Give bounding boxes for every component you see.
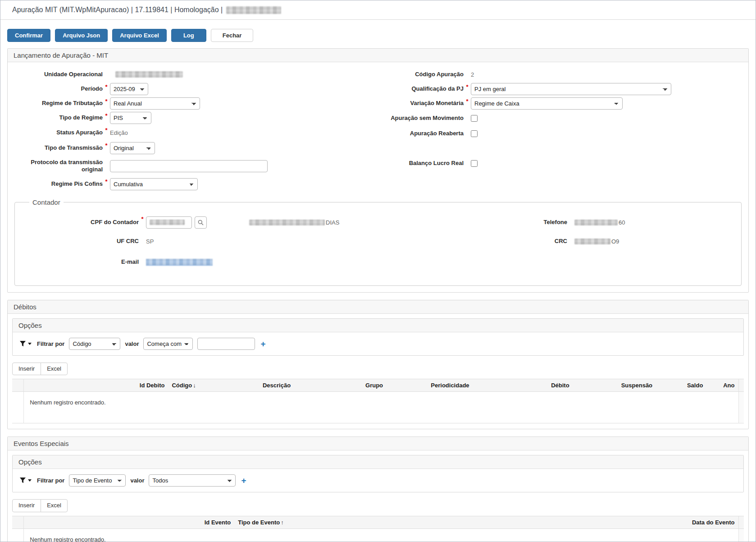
eventos-col-tipo-evento[interactable]: Tipo de Evento↑	[234, 516, 401, 528]
debitos-col-descricao[interactable]: Descrição	[219, 379, 335, 392]
uf-crc-label: UF CRC	[19, 238, 139, 245]
email-label: E-mail	[19, 258, 139, 266]
telefone-label: Telefone	[378, 219, 567, 226]
eventos-filter-menu-button[interactable]	[18, 477, 32, 484]
debitos-col-codigo[interactable]: Código↓	[168, 379, 219, 392]
chevron-down-icon	[28, 343, 32, 345]
eventos-actions: Inserir Excel	[12, 499, 68, 512]
debitos-filter-menu-button[interactable]	[18, 340, 32, 347]
required-asterisk: *	[103, 141, 110, 149]
log-button[interactable]: Log	[171, 29, 206, 42]
arquivo-json-button[interactable]: Arquivo Json	[55, 29, 108, 42]
required-asterisk: *	[103, 82, 110, 90]
debitos-valor-input[interactable]	[197, 338, 255, 350]
debitos-section: Débitos Opções Filtrar por Código valor …	[7, 300, 749, 429]
regime-pis-cofins-select[interactable]: Cumulativa	[110, 178, 198, 190]
filter-icon	[19, 477, 27, 484]
page: Apuração MIT (MIT.WpMitApuracao) | 17.11…	[0, 0, 756, 542]
debitos-filtrar-por-select[interactable]: Código	[69, 338, 120, 350]
eventos-table: Id Evento Tipo de Evento↑ Data do Evento…	[12, 516, 744, 542]
debitos-table: Id Debito Código↓ Descrição Grupo Period…	[12, 379, 744, 423]
debitos-section-title: Débitos	[8, 300, 748, 314]
telefone-suffix: 60	[619, 219, 625, 226]
eventos-excel-button[interactable]: Excel	[41, 499, 68, 512]
debitos-col-periodicidade[interactable]: Periodicidade	[414, 379, 486, 392]
periodo-select[interactable]: 2025-09	[110, 83, 148, 95]
debitos-col-ano[interactable]: Ano	[706, 379, 738, 392]
eventos-inserir-button[interactable]: Inserir	[12, 499, 41, 512]
filter-icon	[19, 340, 27, 347]
redacted-unidade-operacional-value	[115, 71, 183, 78]
required-asterisk: *	[103, 125, 110, 133]
unidade-operacional-label: Unidade Operacional	[10, 71, 103, 78]
status-apuracao-value: Edição	[110, 129, 128, 136]
qualificacao-pj-select[interactable]: PJ em geral	[471, 83, 671, 95]
codigo-apuracao-value: 2	[471, 71, 474, 78]
debitos-excel-button[interactable]: Excel	[41, 363, 68, 375]
sort-asc-icon: ↑	[281, 519, 284, 526]
regime-tributacao-label: Regime de Tributação	[10, 100, 103, 107]
regime-tributacao-select[interactable]: Real Anual	[110, 97, 200, 110]
tipo-transmissao-select[interactable]: Original	[110, 142, 155, 154]
codigo-apuracao-label: Código Apuração	[378, 71, 464, 78]
eventos-valor-select[interactable]: Todos	[149, 474, 236, 487]
eventos-col-id-evento[interactable]: Id Evento	[24, 516, 234, 528]
required-asterisk: *	[464, 96, 471, 105]
redacted-crc-value	[574, 239, 610, 244]
debitos-opcoes-title: Opções	[13, 319, 743, 332]
debitos-actions: Inserir Excel	[12, 363, 68, 375]
redacted-company-name	[226, 6, 281, 14]
debitos-valor-label: valor	[125, 340, 139, 347]
regime-pis-cofins-label: Regime Pis Cofins	[10, 180, 103, 188]
periodo-label: Período	[10, 85, 103, 92]
debitos-col-suspensao[interactable]: Suspensão	[573, 379, 656, 392]
debitos-col-id-debito[interactable]: Id Debito	[24, 379, 169, 392]
confirmar-button[interactable]: Confirmar	[7, 29, 50, 42]
apuracao-reaberta-checkbox[interactable]	[471, 130, 478, 137]
debitos-opcoes-panel: Opções Filtrar por Código valor Começa c…	[12, 318, 744, 356]
redacted-email-link[interactable]	[146, 259, 213, 266]
crc-label: CRC	[378, 238, 567, 245]
eventos-filtrar-por-label: Filtrar por	[37, 477, 64, 484]
crc-suffix: O9	[611, 238, 619, 245]
eventos-filtrar-por-select[interactable]: Tipo de Evento	[69, 474, 126, 487]
uf-crc-value: SP	[146, 238, 154, 245]
cpf-contador-input[interactable]	[146, 216, 192, 229]
apuracao-sem-movimento-checkbox[interactable]	[471, 115, 478, 122]
variacao-monetaria-select[interactable]: Regime de Caixa	[471, 97, 623, 110]
debitos-col-debito[interactable]: Débito	[486, 379, 573, 392]
debitos-empty-row: Nenhum registro encontrado.	[12, 392, 744, 423]
redacted-cpf-value	[150, 220, 185, 225]
cpf-contador-label: CPF do Contador	[19, 219, 139, 226]
balanco-lucro-real-label: Balanço Lucro Real	[378, 160, 464, 167]
search-icon	[198, 220, 204, 225]
lancamento-panel: Lançamento de Apuração - MIT Unidade Ope…	[7, 48, 749, 293]
arquivo-excel-button[interactable]: Arquivo Excel	[112, 29, 167, 42]
balanco-lucro-real-checkbox[interactable]	[471, 160, 478, 167]
cpf-search-button[interactable]	[195, 216, 207, 229]
qualificacao-pj-label: Qualificação da PJ	[378, 85, 464, 92]
add-filter-icon[interactable]: +	[260, 340, 265, 348]
debitos-col-saldo[interactable]: Saldo	[656, 379, 706, 392]
add-filter-icon[interactable]: +	[241, 476, 246, 485]
eventos-empty-row: Nenhum registro encontrado.	[12, 528, 744, 542]
contador-nome-suffix: DIAS	[326, 219, 339, 226]
debitos-col-grupo[interactable]: Grupo	[334, 379, 414, 392]
eventos-col-data-evento[interactable]: Data do Evento	[401, 516, 738, 528]
debitos-filtrar-por-label: Filtrar por	[37, 340, 64, 347]
debitos-operador-select[interactable]: Começa com	[143, 338, 193, 350]
sort-desc-icon: ↓	[193, 382, 196, 389]
contador-fieldset: Contador CPF do Contador *	[14, 198, 742, 286]
variacao-monetaria-label: Variação Monetária	[378, 100, 464, 107]
debitos-inserir-button[interactable]: Inserir	[12, 363, 41, 375]
fechar-button[interactable]: Fechar	[211, 29, 254, 42]
eventos-opcoes-panel: Opções Filtrar por Tipo de Evento valor …	[12, 455, 744, 492]
redacted-telefone-value	[574, 220, 618, 225]
protocolo-transmissao-input[interactable]	[110, 160, 268, 172]
eventos-empty-message: Nenhum registro encontrado.	[24, 536, 105, 542]
contador-legend: Contador	[29, 198, 64, 206]
protocolo-transmissao-label: Protocolo da transmissão original	[10, 159, 103, 174]
tipo-regime-select[interactable]: PIS	[110, 112, 151, 124]
apuracao-reaberta-label: Apuração Reaberta	[378, 130, 464, 137]
required-asterisk: *	[103, 111, 110, 119]
